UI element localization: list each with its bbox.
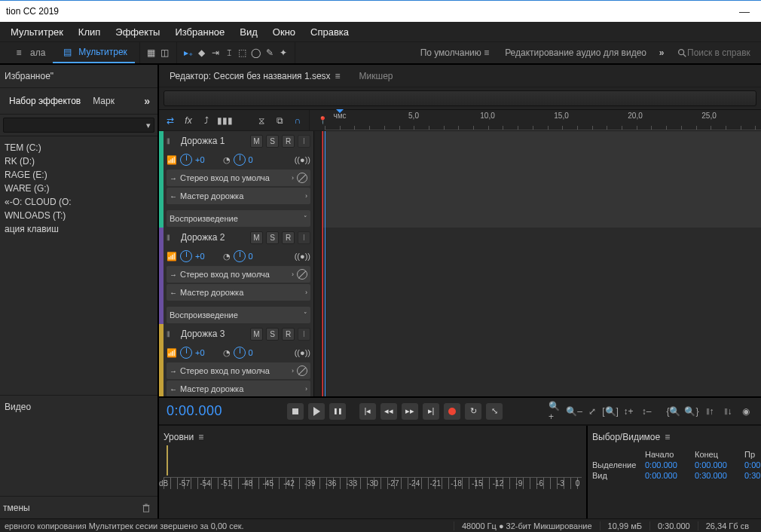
zoom-out-icon[interactable]: 🔍– [567, 404, 582, 419]
list-item[interactable]: WNLOADS (T:) [0, 209, 157, 222]
pan-value[interactable]: 0 [249, 348, 253, 357]
pan-value[interactable]: 0 [249, 155, 253, 164]
record-button[interactable] [444, 403, 460, 420]
track-name[interactable]: Дорожка 1 [173, 136, 247, 146]
menu-clip[interactable]: Клип [71, 23, 108, 41]
no-input-icon[interactable] [297, 365, 307, 376]
track-lane[interactable] [323, 324, 761, 398]
workspace-audiovideo[interactable]: Редактирование аудио для видео [499, 47, 653, 58]
waveform-view-tab[interactable]: ≡ ала [5, 42, 53, 63]
sel-start-value[interactable]: 0:00.000 [645, 460, 689, 469]
list-item[interactable]: ация клавиш [0, 222, 157, 236]
toggle-fx-icon[interactable]: ⇄ [164, 114, 177, 127]
solo-button[interactable]: S [266, 328, 279, 341]
menu-favorites[interactable]: Избранное [167, 23, 232, 41]
menu-multitrack[interactable]: Мультитрек [3, 23, 71, 41]
zoom-out-point-icon[interactable]: 🔍} [684, 404, 699, 419]
track-input-select[interactable]: → Стерео вход по умолча › [167, 266, 310, 283]
solo-button[interactable]: S [266, 135, 279, 148]
eq-icon[interactable]: ▮▮▮ [218, 114, 231, 127]
search-help[interactable] [671, 47, 761, 58]
track-lane[interactable] [323, 131, 761, 228]
volume-value[interactable]: +0 [195, 252, 205, 261]
playhead-line[interactable] [325, 131, 325, 396]
zoom-selection-icon[interactable]: [🔍] [603, 404, 618, 419]
track-lane[interactable] [323, 228, 761, 324]
mute-button[interactable]: M [250, 231, 263, 244]
track-mode-select[interactable]: Воспроизведение ˅ [167, 210, 310, 227]
monitor-button[interactable]: I [298, 328, 310, 341]
pan-knob[interactable] [234, 250, 246, 262]
zoom-in-point-icon[interactable]: {🔍 [666, 404, 681, 419]
list-item[interactable]: WARE (G:) [0, 182, 157, 195]
rewind-button[interactable]: ◂◂ [380, 403, 397, 420]
record-arm-button[interactable]: R [282, 328, 295, 341]
pause-button[interactable] [329, 403, 346, 420]
volume-value[interactable]: +0 [195, 155, 205, 164]
tab-markers[interactable]: Марк [87, 93, 121, 109]
video-panel-header[interactable]: Видео [0, 395, 157, 420]
record-arm-button[interactable]: R [282, 135, 295, 148]
track-input-select[interactable]: → Стерео вход по умолча › [167, 170, 310, 186]
view-end-value[interactable]: 0:30.000 [695, 471, 738, 480]
pan-knob[interactable] [234, 154, 246, 166]
zoom-amp-out-icon[interactable]: ⦀↓ [720, 404, 735, 419]
workspace-default[interactable]: По умолчанию [414, 47, 500, 58]
goto-start-button[interactable]: |◂ [359, 403, 376, 420]
favorites-header[interactable]: Избранное" [0, 65, 157, 88]
stop-button[interactable] [287, 403, 304, 420]
menu-help[interactable]: Справка [303, 23, 356, 41]
marquee-icon[interactable]: ⬚ [236, 46, 249, 60]
mute-button[interactable]: M [250, 135, 263, 148]
editor-tab[interactable]: Редактор: Сессия без названия 1.sesx [162, 68, 352, 84]
track-input-select[interactable]: → Стерео вход по умолча › [167, 362, 310, 379]
volume-knob[interactable] [180, 250, 192, 262]
solo-button[interactable]: S [266, 231, 279, 244]
track-mode-select[interactable]: Воспроизведение ˅ [167, 307, 310, 323]
menu-view[interactable]: Вид [232, 23, 265, 41]
volume-value[interactable]: +0 [195, 348, 205, 357]
zoom-in-icon[interactable]: 🔍+ [549, 404, 564, 419]
metronome-icon[interactable]: ⧖ [255, 114, 268, 127]
play-button[interactable] [308, 403, 325, 420]
view-dur-value[interactable]: 0:30 [744, 471, 761, 480]
list-item[interactable]: RK (D:) [0, 154, 157, 168]
fx-icon[interactable]: fx [182, 114, 195, 127]
record-arm-button[interactable]: R [282, 231, 295, 244]
pan-knob[interactable] [234, 347, 246, 359]
time-ruler[interactable]: 📍 чмс 5,0 10,0 15,0 20,0 25,0 [310, 110, 761, 130]
sel-dur-value[interactable]: 0:00 [744, 460, 761, 469]
menu-window[interactable]: Окно [265, 23, 303, 41]
slip-tool-icon[interactable]: ⇥ [209, 46, 222, 60]
more-workspaces-icon[interactable]: » [653, 46, 671, 60]
filter-drive-input[interactable]: ▾ [3, 118, 154, 133]
broadcast-icon[interactable]: ((●)) [295, 348, 310, 357]
brush-icon[interactable]: ✎ [263, 46, 277, 60]
track-grip-icon[interactable]: ⦀ [167, 233, 170, 243]
track-name[interactable]: Дорожка 3 [173, 329, 247, 339]
razor-tool-icon[interactable]: ◆ [195, 46, 209, 60]
no-input-icon[interactable] [297, 173, 307, 183]
zoom-amp-in-icon[interactable]: ⦀↑ [702, 404, 717, 419]
track-output-select[interactable]: ← Мастер дорожка › [167, 381, 310, 397]
forward-button[interactable]: ▸▸ [402, 403, 418, 420]
zoom-vert-in-icon[interactable]: ↕+ [621, 404, 636, 419]
mute-button[interactable]: M [250, 328, 263, 341]
loop-button[interactable]: ↻ [465, 403, 481, 420]
zoom-full-icon[interactable]: ⤢ [585, 404, 600, 419]
volume-knob[interactable] [180, 154, 192, 166]
volume-knob[interactable] [180, 347, 192, 359]
zoom-reset-icon[interactable]: ◉ [738, 404, 753, 419]
pan-value[interactable]: 0 [249, 252, 253, 261]
zoom-vert-out-icon[interactable]: ↕– [639, 404, 654, 419]
pitch-display-icon[interactable]: ◫ [158, 46, 172, 60]
levels-menu-icon[interactable] [198, 432, 207, 442]
list-item[interactable]: TEM (C:) [0, 141, 157, 154]
goto-end-button[interactable]: ▸| [423, 403, 439, 420]
search-input[interactable] [687, 47, 755, 58]
timecode-display[interactable]: 0:00.000 [167, 403, 287, 419]
overview-waveform[interactable] [159, 87, 761, 110]
view-start-value[interactable]: 0:00.000 [645, 471, 689, 480]
more-tabs-icon[interactable]: » [139, 95, 154, 107]
broadcast-icon[interactable]: ((●)) [295, 252, 310, 261]
